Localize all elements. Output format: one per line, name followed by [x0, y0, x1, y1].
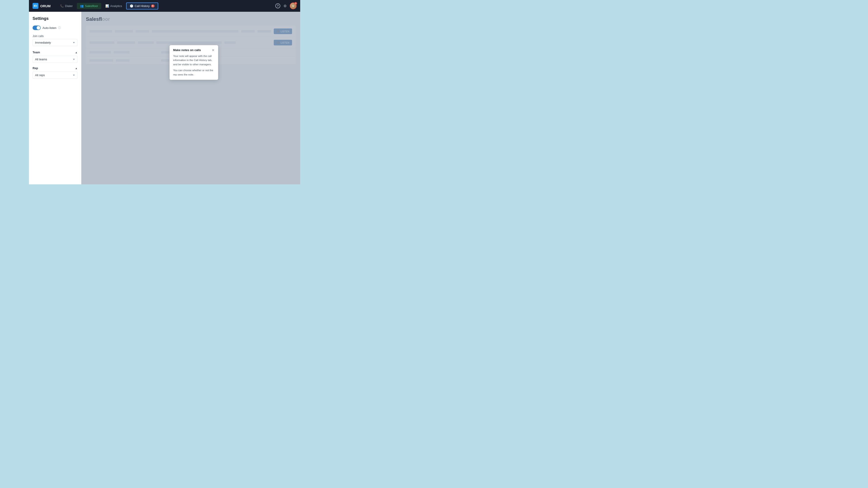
- svg-rect-1: [35, 4, 35, 7]
- nav-right: ? ⚙ U 2: [275, 2, 297, 9]
- chevron-down-icon: ▼: [73, 41, 75, 44]
- tooltip-title: Make notes on calls: [173, 48, 201, 52]
- rep-chevron-down-icon: ▼: [73, 74, 75, 76]
- nav-item-salesfloor[interactable]: 👥 Salesfloor: [77, 3, 101, 9]
- team-chevron-icon: ▲: [75, 51, 78, 54]
- team-chevron-down-icon: ▼: [73, 58, 75, 61]
- history-icon: 🕐: [130, 4, 133, 8]
- modal-overlay: [81, 12, 300, 184]
- auto-listen-toggle[interactable]: [33, 26, 41, 30]
- logo-text: ORUM: [40, 4, 51, 8]
- svg-rect-0: [34, 5, 35, 7]
- chart-icon: 📊: [105, 4, 109, 8]
- team-label: Team: [33, 51, 40, 54]
- phone-icon: 📞: [60, 4, 64, 8]
- people-icon: 👥: [80, 4, 84, 8]
- rep-dropdown[interactable]: All reps ▼: [33, 72, 78, 78]
- auto-listen-info-icon[interactable]: ⓘ: [58, 26, 61, 30]
- settings-icon[interactable]: ⚙: [283, 4, 287, 8]
- rep-section-header[interactable]: Rep ▲: [33, 66, 78, 70]
- team-dropdown[interactable]: All teams ▼: [33, 56, 78, 63]
- auto-listen-section: Auto-listen ⓘ: [33, 26, 78, 30]
- topnav: ORUM 📞 Dialer 👥 Salesfloor 📊 Analytics 🕐…: [29, 0, 300, 12]
- tooltip-header: Make notes on calls ✕: [173, 48, 215, 52]
- tooltip-close-icon[interactable]: ✕: [212, 48, 215, 52]
- tooltip-popup: Make notes on calls ✕ Your note will app…: [169, 45, 218, 80]
- nav-item-analytics[interactable]: 📊 Analytics: [102, 3, 125, 9]
- settings-title: Settings: [33, 16, 78, 21]
- svg-rect-2: [36, 5, 36, 7]
- nav-item-callhistory[interactable]: 🕐 Call History 8: [126, 2, 158, 9]
- join-calls-label: Join calls: [33, 35, 78, 38]
- tooltip-text1: Your note will appear with the call info…: [173, 54, 215, 66]
- nav-items: 📞 Dialer 👥 Salesfloor 📊 Analytics 🕐 Call…: [57, 2, 275, 9]
- svg-rect-3: [37, 5, 37, 7]
- rep-label: Rep: [33, 66, 38, 70]
- tooltip-text2: You can choose whether or not the rep se…: [173, 68, 215, 76]
- content-area: Salesfloor 🎧 LISTEN: [81, 12, 300, 184]
- rep-section: Rep ▲ All reps ▼: [33, 66, 78, 78]
- help-icon[interactable]: ?: [275, 3, 280, 8]
- join-calls-dropdown[interactable]: Immediately ▼: [33, 39, 78, 46]
- call-history-badge: 8: [151, 4, 155, 7]
- logo[interactable]: ORUM: [33, 3, 51, 9]
- logo-icon: [33, 3, 38, 9]
- sidebar: Settings Auto-listen ⓘ Join calls Immedi…: [29, 12, 81, 184]
- nav-item-dialer[interactable]: 📞 Dialer: [57, 3, 76, 9]
- join-calls-section: Join calls Immediately ▼: [33, 35, 78, 46]
- rep-chevron-icon: ▲: [75, 67, 78, 70]
- team-section: Team ▲ All teams ▼: [33, 51, 78, 63]
- auto-listen-label: Auto-listen: [42, 26, 56, 30]
- team-section-header[interactable]: Team ▲: [33, 51, 78, 54]
- avatar[interactable]: U 2: [290, 2, 297, 9]
- main-area: Settings Auto-listen ⓘ Join calls Immedi…: [29, 12, 300, 184]
